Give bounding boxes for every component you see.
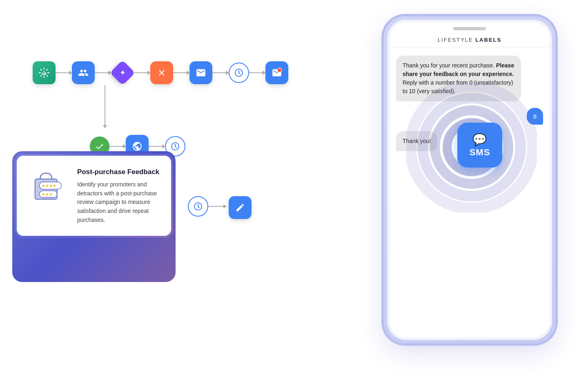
svg-text:★★★★: ★★★★ [42,184,56,188]
phone-header: LIFESTYLE LABELS [390,30,550,47]
node-split-wrapper: ✦ [111,61,134,84]
info-card-outer: ★★★★ ★★★ Post-purchase Feedback Identify… [12,151,176,282]
phone-notch [453,27,486,30]
shopping-bag-illustration: ★★★★ ★★★ [28,168,69,205]
brand-plain: LIFESTYLE [438,37,475,43]
node-open-email [265,61,288,84]
arrow-4 [173,72,189,73]
sms-label: SMS [470,147,490,158]
card-text: Post-purchase Feedback Identify your pro… [77,168,160,224]
arrow-5 [212,72,229,73]
flow-row-1: ✦ [33,61,288,84]
sms-node: 💬 SMS [457,123,502,168]
node-pencil [229,196,252,219]
info-card-content: ★★★★ ★★★ Post-purchase Feedback Identify… [17,156,171,236]
node-split: ✦ [110,60,135,85]
node-email [189,61,212,84]
card-description: Identify your promoters and detractors w… [77,180,160,224]
brand-bold: LABELS [475,37,501,43]
arrow-7 [109,146,126,147]
svg-text:★★★: ★★★ [42,192,53,197]
brand-name: LIFESTYLE LABELS [398,37,541,43]
node-add-user [72,61,95,84]
info-card-inner: ★★★★ ★★★ Post-purchase Feedback Identify… [15,154,173,238]
arrow-3 [134,72,150,73]
arrow-1 [56,72,72,73]
svg-point-5 [277,68,282,72]
v-connector [105,85,105,128]
node-exit [150,61,173,84]
arrow-2 [95,72,111,73]
arrow-pencil-tip [223,204,227,208]
arrow-6 [249,72,265,73]
node-sync [33,61,56,84]
node-clock-1 [229,63,249,83]
card-icon-area: ★★★★ ★★★ [28,168,69,206]
scene: LIFESTYLE LABELS Thank you for your rece… [0,0,588,376]
svg-text:+: + [135,146,136,149]
split-icon: ✦ [120,68,126,77]
arrow-8 [149,146,165,147]
sms-icon: 💬 [472,133,487,146]
v-arrow-tip [103,125,107,128]
node-clock-3 [188,196,208,217]
arrow-to-pencil [208,206,226,207]
card-title: Post-purchase Feedback [77,168,160,176]
node-pencil-wrapper [229,196,252,219]
